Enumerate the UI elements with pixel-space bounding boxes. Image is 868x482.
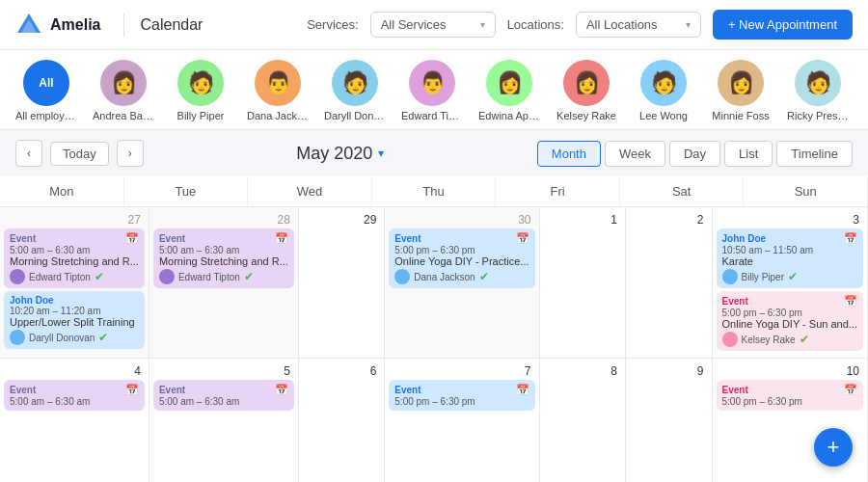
person-name: Daryll Donovan	[29, 333, 95, 343]
event-card[interactable]: Event📅5:00 am – 6:30 amMorning Stretchin…	[4, 228, 145, 288]
event-card[interactable]: Event📅5:00 am – 6:30 amMorning Stretchin…	[153, 228, 294, 288]
event-time: 5:00 am – 6:30 am	[159, 396, 288, 407]
cal-cell[interactable]: 8	[540, 359, 627, 482]
cal-cell[interactable]: 9	[626, 359, 713, 482]
event-label: Event📅	[722, 384, 857, 396]
view-tab-list[interactable]: List	[724, 141, 773, 167]
event-card[interactable]: Event📅5:00 am – 6:30 am	[4, 380, 145, 411]
cal-cell[interactable]: 3John Doe📅10:50 am – 11:50 amKarateBilly…	[713, 207, 868, 359]
day-number: 28	[153, 211, 294, 228]
employee-item-kelsey[interactable]: 👩Kelsey Rake	[556, 60, 617, 129]
view-tabs: MonthWeekDayListTimeline	[537, 141, 853, 167]
employee-avatar-ricky: 🧑	[795, 60, 841, 106]
event-title: Online Yoga DIY - Practice...	[394, 255, 529, 267]
calendar-icon: 📅	[844, 295, 857, 308]
cal-cell[interactable]: 10Event📅5:00 pm – 6:30 pm	[713, 359, 868, 482]
person-name: Edward Tipton	[178, 272, 240, 282]
employee-item-ricky[interactable]: 🧑Ricky Pressley	[787, 60, 849, 129]
day-number: 5	[153, 362, 294, 380]
event-time: 10:50 am – 11:50 am	[722, 245, 857, 255]
view-tab-day[interactable]: Day	[669, 141, 720, 167]
cal-cell[interactable]: 5Event📅5:00 am – 6:30 am	[149, 359, 299, 482]
event-person: Edward Tipton✔	[10, 269, 139, 284]
day-number: 29	[303, 211, 381, 228]
new-appointment-button[interactable]: + New Appointment	[713, 10, 853, 40]
event-title: Upper/Lower Split Training	[10, 316, 139, 328]
cal-cell[interactable]: 27Event📅5:00 am – 6:30 amMorning Stretch…	[0, 207, 149, 359]
employee-name-ricky: Ricky Pressley	[787, 110, 849, 121]
employee-avatar-minnie: 👩	[718, 60, 764, 106]
calendar-icon: 📅	[275, 384, 288, 396]
services-select[interactable]: All Services ▾	[370, 12, 496, 38]
today-button[interactable]: Today	[50, 142, 109, 166]
employee-item-billy[interactable]: 🧑Billy Piper	[170, 60, 231, 129]
event-label: Event📅	[159, 384, 288, 396]
view-tab-timeline[interactable]: Timeline	[776, 141, 853, 167]
day-number: 7	[389, 362, 534, 380]
event-time: 5:00 am – 6:30 am	[10, 245, 139, 255]
fab-button[interactable]: +	[814, 428, 853, 467]
check-icon: ✔	[788, 270, 798, 283]
cal-cell[interactable]: 28Event📅5:00 am – 6:30 amMorning Stretch…	[149, 207, 299, 359]
event-person: Billy Piper✔	[722, 269, 857, 284]
employee-item-all[interactable]: AllAll employees	[15, 60, 77, 129]
employee-item-edward[interactable]: 👨Edward Tipton	[401, 60, 463, 129]
event-card[interactable]: Event📅5:00 am – 6:30 am	[153, 380, 294, 411]
calendar-body: 27Event📅5:00 am – 6:30 amMorning Stretch…	[0, 207, 868, 482]
day-header-mon: Mon	[0, 176, 124, 206]
event-title: Karate	[722, 255, 857, 267]
event-label-text: Event	[722, 296, 748, 307]
app-logo: Amelia	[15, 12, 100, 39]
event-time: 5:00 am – 6:30 am	[159, 245, 288, 255]
view-tab-month[interactable]: Month	[537, 141, 601, 167]
locations-value: All Locations	[586, 17, 658, 32]
services-chevron: ▾	[480, 19, 485, 30]
event-label-text: Event	[159, 233, 185, 244]
cal-cell[interactable]: 30Event📅5:00 pm – 6:30 pmOnline Yoga DIY…	[385, 207, 539, 359]
employee-item-edwina[interactable]: 👩Edwina Appl...	[478, 60, 540, 129]
employee-avatar-daryll: 🧑	[332, 60, 378, 106]
calendar-icon: 📅	[516, 384, 529, 396]
check-icon: ✔	[98, 331, 108, 344]
employee-name-kelsey: Kelsey Rake	[556, 110, 616, 121]
employee-item-minnie[interactable]: 👩Minnie Foss	[710, 60, 772, 129]
prev-button[interactable]: ‹	[15, 140, 42, 167]
event-card[interactable]: Event📅5:00 pm – 6:30 pmOnline Yoga DIY -…	[389, 228, 534, 288]
employee-avatar-billy: 🧑	[177, 60, 224, 106]
locations-select[interactable]: All Locations ▾	[576, 12, 701, 38]
event-title: Online Yoga DIY - Sun and...	[722, 318, 857, 330]
day-number: 10	[717, 362, 863, 380]
employee-item-daryll[interactable]: 🧑Daryll Donov...	[324, 60, 386, 129]
check-icon: ✔	[95, 270, 104, 283]
person-avatar	[159, 269, 175, 284]
event-card[interactable]: John Doe📅10:50 am – 11:50 amKarateBilly …	[717, 228, 863, 288]
header-divider	[123, 13, 124, 37]
day-header-sun: Sun	[744, 176, 868, 206]
employee-item-lee[interactable]: 🧑Lee Wong	[633, 60, 694, 129]
employee-name-edward: Edward Tipton	[401, 110, 463, 121]
cal-cell[interactable]: 2	[626, 207, 713, 359]
event-label: Event📅	[10, 232, 139, 245]
employee-avatar-edwina: 👩	[486, 60, 532, 106]
employee-item-andrea[interactable]: 👩Andrea Barber	[93, 60, 154, 129]
event-card[interactable]: Event📅5:00 pm – 6:30 pm	[389, 380, 534, 411]
event-card[interactable]: Event📅5:00 pm – 6:30 pmOnline Yoga DIY -…	[717, 291, 863, 351]
event-title: Morning Stretching and R...	[10, 255, 139, 267]
day-number: 9	[630, 362, 708, 380]
event-label: Event📅	[722, 295, 857, 308]
event-time: 5:00 pm – 6:30 pm	[722, 308, 857, 318]
cal-cell[interactable]: 4Event📅5:00 am – 6:30 am	[0, 359, 149, 482]
cal-cell[interactable]: 29	[299, 207, 386, 359]
cal-cell[interactable]: 7Event📅5:00 pm – 6:30 pm	[385, 359, 539, 482]
event-card[interactable]: Event📅5:00 pm – 6:30 pm	[717, 380, 863, 411]
employee-item-seth[interactable]: 👨Seth Blake	[864, 60, 868, 129]
next-button[interactable]: ›	[117, 140, 144, 167]
event-card[interactable]: John Doe10:20 am – 11:20 amUpper/Lower S…	[4, 291, 145, 349]
person-name: Kelsey Rake	[742, 335, 796, 345]
employee-item-dana[interactable]: 👨Dana Jackson	[247, 60, 309, 129]
app-header: Amelia Calendar Services: All Services ▾…	[0, 0, 868, 50]
event-time: 5:00 pm – 6:30 pm	[394, 396, 529, 407]
view-tab-week[interactable]: Week	[605, 141, 665, 167]
cal-cell[interactable]: 1	[540, 207, 627, 359]
cal-cell[interactable]: 6	[299, 359, 386, 482]
